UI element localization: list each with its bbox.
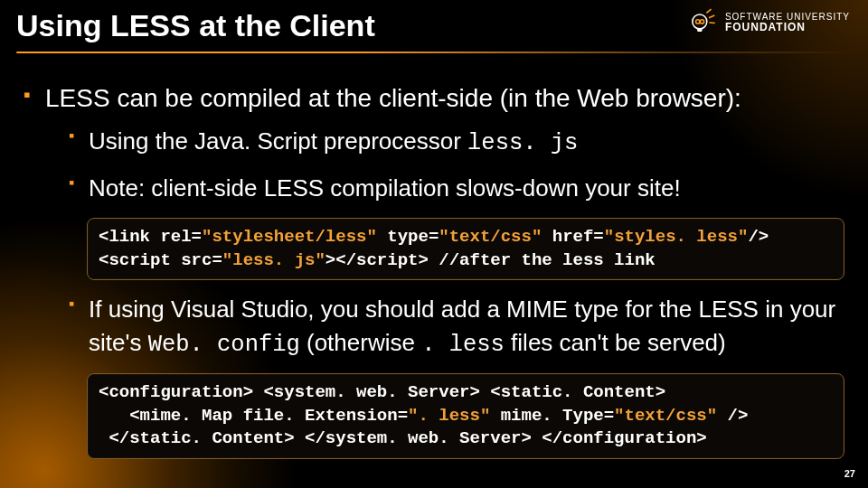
bullet-1a: Using the Java. Script preprocessor less… xyxy=(69,125,844,160)
page-number: 27 xyxy=(844,468,855,479)
slide-title: Using LESS at the Client xyxy=(16,9,852,42)
title-area: Using LESS at the Client xyxy=(16,9,852,53)
slide: SOFTWARE UNIVERSITY FOUNDATION Using LES… xyxy=(0,0,868,488)
bullet-1c-mid: (otherwise xyxy=(300,329,421,356)
bullet-1c-code2: . less xyxy=(421,332,505,358)
content: LESS can be compiled at the client-side … xyxy=(24,81,844,474)
code-block-2: <configuration> <system. web. Server> <s… xyxy=(87,373,844,459)
bullet-1a-pre: Using the Java. Script preprocessor xyxy=(89,127,467,155)
bullet-1b: Note: client-side LESS compilation slows… xyxy=(69,172,844,204)
bullet-1c: If using Visual Studio, you should add a… xyxy=(69,293,844,361)
bullet-1: LESS can be compiled at the client-side … xyxy=(24,81,844,459)
bullet-1c-post: files can't be served) xyxy=(505,329,726,356)
title-underline xyxy=(16,52,852,53)
bullet-1c-code1: Web. config xyxy=(148,332,300,358)
bullet-1-text: LESS can be compiled at the client-side … xyxy=(45,84,741,112)
bullet-1a-code: less. js xyxy=(467,130,578,156)
code-block-1: <link rel="stylesheet/less" type="text/c… xyxy=(87,218,844,280)
